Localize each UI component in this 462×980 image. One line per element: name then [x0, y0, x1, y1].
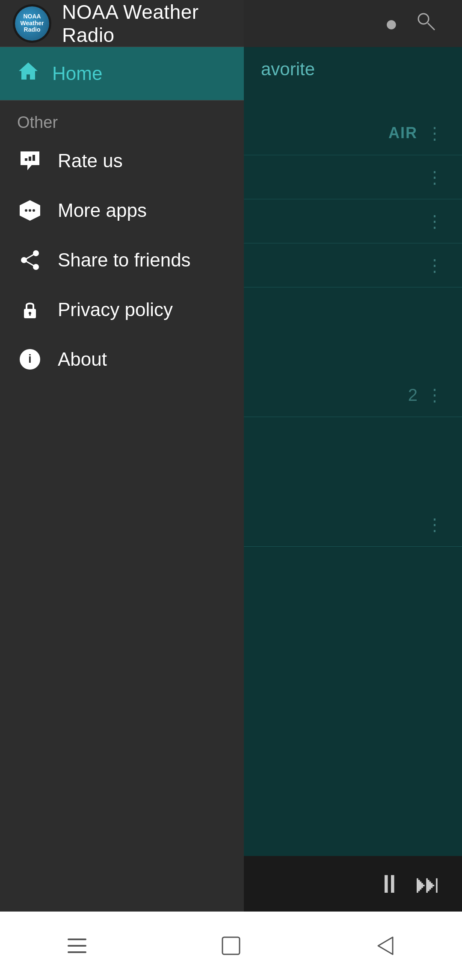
navigation-drawer: NOAAWeatherRadio NOAA Weather Radio Home… [0, 0, 244, 980]
svg-point-6 [29, 209, 31, 212]
svg-line-11 [24, 253, 36, 260]
svg-text:i: i [28, 352, 32, 365]
menu-item-rate-us[interactable]: Rate us [0, 136, 244, 186]
about-icon: i [17, 346, 43, 372]
home-label: Home [52, 63, 102, 84]
svg-point-0 [418, 14, 429, 24]
bg-dots-2: ⋮ [426, 167, 445, 187]
nav-back-button[interactable] [359, 929, 411, 963]
bg-search-icon: ● [385, 11, 398, 36]
bottom-nav-bar [0, 912, 462, 980]
menu-item-share[interactable]: Share to friends [0, 235, 244, 285]
svg-point-7 [33, 209, 35, 212]
home-icon [17, 60, 39, 87]
drawer-home-item[interactable]: Home [0, 47, 244, 100]
bg-dots-3: ⋮ [426, 211, 445, 231]
menu-item-more-apps[interactable]: More apps [0, 186, 244, 235]
square-icon [218, 933, 244, 959]
app-title: NOAA Weather Radio [62, 0, 231, 47]
more-apps-icon [17, 198, 43, 223]
svg-rect-4 [33, 155, 35, 161]
bg-dots-4: ⋮ [426, 255, 445, 275]
privacy-label: Privacy policy [58, 299, 173, 320]
bg-on-air: AIR [388, 124, 418, 142]
svg-rect-21 [222, 937, 240, 954]
svg-line-12 [24, 260, 36, 267]
menu-item-about[interactable]: i About [0, 335, 244, 384]
bg-list-area: AIR ⋮ ⋮ ⋮ ⋮ 2 ⋮ ⋮ [244, 86, 462, 547]
bg-dots-1: ⋮ [426, 123, 445, 143]
svg-rect-2 [25, 158, 27, 161]
section-other-header: Other [0, 101, 244, 136]
privacy-icon [17, 297, 43, 323]
app-logo: NOAAWeatherRadio [13, 4, 51, 43]
bg-search-icon2 [415, 10, 436, 37]
nav-home-button[interactable] [205, 929, 257, 963]
drawer-header: NOAAWeatherRadio NOAA Weather Radio [0, 0, 244, 47]
about-label: About [58, 349, 107, 370]
bg-dots-6: ⋮ [426, 515, 445, 534]
svg-rect-15 [30, 313, 31, 316]
back-icon [372, 933, 398, 959]
bg-skip-icon: ⏭ [415, 869, 441, 899]
svg-point-5 [25, 209, 27, 212]
menu-icon [64, 933, 90, 959]
bg-pause-icon: ⏸ [376, 869, 402, 899]
svg-marker-22 [378, 937, 393, 954]
bg-favorite-label: avorite [261, 59, 315, 79]
bg-player-bar: ⏸ ⏭ [244, 856, 462, 912]
app-logo-inner: NOAAWeatherRadio [15, 6, 49, 41]
bg-number: 2 [408, 385, 418, 405]
rate-us-icon [17, 148, 43, 174]
share-icon [17, 247, 43, 273]
more-apps-label: More apps [58, 200, 147, 221]
menu-item-privacy[interactable]: Privacy policy [0, 285, 244, 335]
app-logo-text: NOAAWeatherRadio [21, 13, 44, 33]
share-label: Share to friends [58, 249, 191, 271]
nav-menu-button[interactable] [51, 929, 103, 963]
rate-us-label: Rate us [58, 150, 123, 172]
bg-dots-5: ⋮ [426, 385, 445, 405]
svg-line-1 [428, 23, 435, 30]
svg-rect-3 [29, 157, 31, 161]
